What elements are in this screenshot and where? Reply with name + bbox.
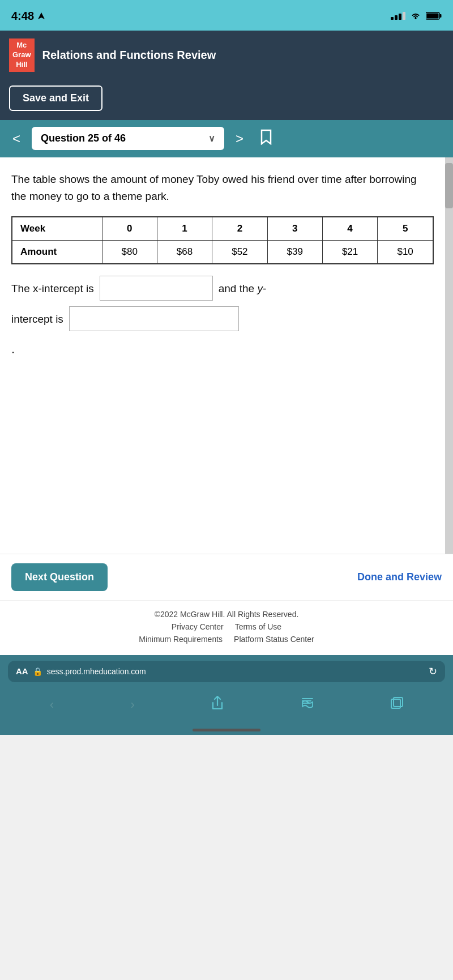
done-review-button[interactable]: Done and Review (357, 571, 442, 583)
mcgraw-hill-logo: Mc Graw Hill (9, 38, 35, 72)
bottom-bar: Next Question Done and Review (0, 554, 453, 600)
question-nav-bar: < Question 25 of 46 ∨ > (0, 120, 453, 157)
ios-nav-bar: ‹ › (0, 688, 453, 725)
status-bar: 4:48 (0, 0, 453, 31)
browser-bar: AA 🔒 sess.prod.mheducation.com ↻ (0, 655, 453, 688)
save-exit-button[interactable]: Save and Exit (9, 85, 102, 111)
intercept-is-label: intercept is (11, 307, 63, 331)
svg-rect-3 (440, 14, 442, 18)
wifi-icon (410, 12, 421, 20)
table-row-label: Amount (12, 241, 102, 264)
footer-links-1: Privacy Center Terms of Use (11, 622, 442, 631)
footer: ©2022 McGraw Hill. All Rights Reserved. … (0, 600, 453, 655)
time-display: 4:48 (11, 10, 34, 23)
scrollbar-thumb[interactable] (445, 163, 453, 208)
y-intercept-row: intercept is (11, 306, 434, 331)
location-arrow-icon (37, 12, 45, 20)
table-cell-4: $21 (322, 241, 377, 264)
intercept-section: The x-intercept is and the y- intercept … (11, 276, 434, 363)
home-indicator (0, 725, 453, 735)
app-header: Mc Graw Hill Relations and Functions Rev… (0, 31, 453, 80)
question-label: Question 25 of 46 (41, 132, 126, 144)
status-icons (391, 12, 442, 20)
browser-url-bar[interactable]: AA 🔒 sess.prod.mheducation.com ↻ (8, 661, 445, 682)
chevron-down-icon: ∨ (208, 133, 215, 144)
ios-share-button[interactable] (204, 694, 230, 716)
next-arrow-icon: > (236, 131, 243, 146)
table-col-week: Week (12, 217, 102, 241)
header-title: Relations and Functions Review (42, 49, 216, 62)
table-cell-0: $80 (102, 241, 157, 264)
terms-of-use-link[interactable]: Terms of Use (235, 622, 281, 631)
x-intercept-label: The x-intercept is (11, 277, 94, 301)
table-cell-2: $52 (212, 241, 267, 264)
battery-icon (426, 12, 442, 20)
question-text: The table shows the amount of money Toby… (11, 171, 434, 206)
footer-links-2: Minimum Requirements Platform Status Cen… (11, 635, 442, 644)
browser-aa-button[interactable]: AA (16, 666, 28, 676)
table-row: Amount $80 $68 $52 $39 $21 $10 (12, 241, 433, 264)
ios-tabs-button[interactable] (384, 695, 410, 715)
save-exit-bar: Save and Exit (0, 80, 453, 120)
ios-bookmarks-button[interactable] (294, 694, 321, 716)
y-intercept-input[interactable] (69, 306, 239, 331)
table-header-row: Week 0 1 2 3 4 5 (12, 217, 433, 241)
table-cell-1: $68 (157, 241, 212, 264)
main-wrapper: The table shows the amount of money Toby… (0, 157, 453, 554)
svg-point-1 (415, 18, 417, 19)
ios-back-button[interactable]: ‹ (43, 695, 61, 714)
table-cell-3: $39 (267, 241, 322, 264)
privacy-center-link[interactable]: Privacy Center (172, 622, 224, 631)
browser-url-text: sess.prod.mheducation.com (47, 667, 424, 676)
table-col-5: 5 (378, 217, 433, 241)
signal-icon (391, 12, 405, 20)
svg-marker-0 (38, 12, 45, 19)
prev-question-button[interactable]: < (8, 129, 25, 149)
table-col-3: 3 (267, 217, 322, 241)
content-area: The table shows the amount of money Toby… (0, 157, 445, 554)
and-the-y-label: and the y- (219, 277, 267, 301)
prev-arrow-icon: < (12, 131, 20, 146)
browser-reload-button[interactable]: ↻ (429, 665, 437, 678)
next-question-button[interactable]: > (231, 129, 248, 149)
ios-forward-button[interactable]: › (124, 695, 142, 714)
status-time: 4:48 (11, 10, 45, 23)
bookmark-icon[interactable] (255, 127, 277, 151)
question-selector[interactable]: Question 25 of 46 ∨ (32, 127, 224, 150)
table-col-1: 1 (157, 217, 212, 241)
platform-status-link[interactable]: Platform Status Center (234, 635, 314, 644)
x-intercept-input[interactable] (100, 276, 213, 301)
table-col-0: 0 (102, 217, 157, 241)
copyright-text: ©2022 McGraw Hill. All Rights Reserved. (11, 610, 442, 619)
svg-rect-4 (427, 14, 439, 19)
minimum-requirements-link[interactable]: Minimum Requirements (139, 635, 223, 644)
scrollbar-track[interactable] (445, 157, 453, 554)
browser-lock-icon: 🔒 (33, 667, 42, 676)
home-bar (193, 729, 260, 731)
table-col-4: 4 (322, 217, 377, 241)
x-intercept-row: The x-intercept is and the y- (11, 276, 434, 301)
table-cell-5: $10 (378, 241, 433, 264)
table-col-2: 2 (212, 217, 267, 241)
next-question-button-bottom[interactable]: Next Question (11, 563, 108, 591)
data-table: Week 0 1 2 3 4 5 Amount $80 $68 $52 $39 … (11, 216, 434, 264)
period-mark: . (11, 336, 434, 363)
